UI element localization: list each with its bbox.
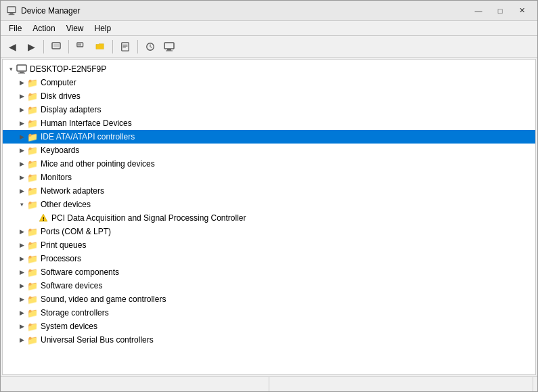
tree-item-ports[interactable]: ▶ 📁 Ports (COM & LPT) (3, 225, 535, 238)
svg-rect-1 (9, 13, 13, 14)
expand-icon-keyboards[interactable]: ▶ (16, 145, 27, 156)
label-sound-video: Sound, video and game controllers (41, 295, 166, 304)
expand-icon-ide-ata[interactable]: ▶ (16, 131, 27, 142)
device-manager-window: Device Manager — □ ✕ File Action View He… (0, 0, 538, 392)
expand-icon-storage-controllers[interactable]: ▶ (16, 307, 27, 318)
label-display-adapters: Display adapters (41, 105, 101, 114)
folder-icon-monitors: 📁 (27, 172, 38, 183)
minimize-button[interactable]: — (468, 4, 489, 18)
properties-button[interactable] (116, 39, 134, 55)
expand-icon-monitors[interactable]: ▶ (16, 172, 27, 183)
tree-item-software-components[interactable]: ▶ 📁 Software components (3, 265, 535, 279)
label-other-devices: Other devices (41, 200, 91, 209)
expand-icon-root[interactable]: ▾ (5, 64, 16, 74)
expand-icon-disk-drives[interactable]: ▶ (16, 91, 27, 102)
menu-bar: File Action View Help (1, 21, 537, 36)
expand-icon-system-devices[interactable]: ▶ (16, 321, 27, 332)
label-keyboards: Keyboards (41, 146, 79, 155)
maximize-button[interactable]: □ (490, 4, 510, 18)
scan-button[interactable] (141, 39, 159, 55)
folder-icon-computer: 📁 (27, 77, 38, 88)
expand-icon-pci (27, 213, 38, 223)
close-button[interactable]: ✕ (512, 4, 532, 18)
tree-item-usb-controllers[interactable]: ▶ 📁 Universal Serial Bus controllers (3, 333, 535, 347)
expand-icon-software-devices[interactable]: ▶ (16, 280, 27, 291)
label-processors: Processors (41, 254, 81, 263)
svg-rect-17 (20, 72, 24, 73)
tree-item-sound-video[interactable]: ▶ 📁 Sound, video and game controllers (3, 292, 535, 306)
expand-icon-mice[interactable]: ▶ (16, 158, 27, 169)
svg-text:!: ! (43, 216, 45, 222)
search-button[interactable] (72, 39, 90, 55)
svg-rect-7 (78, 45, 81, 45)
tree-item-pci-controller[interactable]: ! PCI Data Acquisition and Signal Proces… (3, 211, 535, 225)
device-tree: ▾ DESKTOP-E2N5F9P ▶ 📁 Computer ▶ 📁 Disk … (3, 60, 535, 349)
toolbar-separator-4 (137, 40, 138, 53)
label-ide-ata: IDE ATA/ATAPI controllers (41, 132, 135, 141)
back-button[interactable]: ◀ (3, 39, 21, 55)
folder-icon-ports: 📁 (27, 226, 38, 237)
tree-item-computer[interactable]: ▶ 📁 Computer (3, 76, 535, 89)
tree-item-software-devices[interactable]: ▶ 📁 Software devices (3, 279, 535, 292)
expand-icon-other-devices[interactable]: ▾ (16, 199, 27, 210)
tree-item-ide-ata[interactable]: ▶ 📁 IDE ATA/ATAPI controllers (3, 130, 535, 144)
expand-icon-software-components[interactable]: ▶ (16, 267, 27, 278)
folder-icon-software-components: 📁 (27, 267, 38, 278)
tree-item-storage-controllers[interactable]: ▶ 📁 Storage controllers (3, 306, 535, 320)
expand-icon-processors[interactable]: ▶ (16, 253, 27, 264)
folder-icon-mice: 📁 (27, 158, 38, 169)
label-storage-controllers: Storage controllers (41, 308, 109, 318)
label-software-devices: Software devices (41, 281, 102, 290)
tree-item-display-adapters[interactable]: ▶ 📁 Display adapters (3, 103, 535, 116)
tree-item-keyboards[interactable]: ▶ 📁 Keyboards (3, 144, 535, 157)
label-human-interface: Human Interface Devices (41, 118, 132, 128)
label-print-queues: Print queues (41, 240, 86, 250)
label-system-devices: System devices (41, 322, 97, 331)
tree-item-print-queues[interactable]: ▶ 📁 Print queues (3, 238, 535, 252)
folder-icon-software-devices: 📁 (27, 280, 38, 291)
tree-item-mice[interactable]: ▶ 📁 Mice and other pointing devices (3, 157, 535, 171)
svg-rect-0 (7, 6, 16, 12)
tree-item-root[interactable]: ▾ DESKTOP-E2N5F9P (3, 62, 535, 76)
tree-item-human-interface[interactable]: ▶ 📁 Human Interface Devices (3, 116, 535, 130)
expand-icon-display-adapters[interactable]: ▶ (16, 104, 27, 115)
expand-icon-usb-controllers[interactable]: ▶ (16, 334, 27, 345)
root-label: DESKTOP-E2N5F9P (30, 64, 106, 74)
tree-item-processors[interactable]: ▶ 📁 Processors (3, 252, 535, 265)
tree-item-system-devices[interactable]: ▶ 📁 System devices (3, 320, 535, 333)
toolbar-separator-1 (43, 40, 44, 53)
tree-item-other-devices[interactable]: ▾ 📁 Other devices (3, 198, 535, 211)
menu-file[interactable]: File (3, 22, 27, 35)
status-section-right (269, 377, 534, 391)
display-button[interactable] (160, 39, 178, 55)
expand-icon-sound-video[interactable]: ▶ (16, 294, 27, 305)
label-mice: Mice and other pointing devices (41, 159, 155, 169)
expand-icon-human-interface[interactable]: ▶ (16, 118, 27, 129)
menu-help[interactable]: Help (89, 22, 117, 35)
menu-action[interactable]: Action (27, 22, 60, 35)
expand-icon-computer[interactable]: ▶ (16, 77, 27, 88)
expand-icon-network-adapters[interactable]: ▶ (16, 186, 27, 196)
forward-button[interactable]: ▶ (22, 39, 40, 55)
tree-item-network-adapters[interactable]: ▶ 📁 Network adapters (3, 184, 535, 198)
tree-item-monitors[interactable]: ▶ 📁 Monitors (3, 171, 535, 184)
title-bar: Device Manager — □ ✕ (1, 1, 537, 21)
status-section-left (5, 377, 269, 391)
toolbar: ◀ ▶ (1, 36, 537, 58)
folder-icon-display-adapters: 📁 (27, 104, 38, 115)
folder-icon-sound-video: 📁 (27, 294, 38, 305)
content-area[interactable]: ▾ DESKTOP-E2N5F9P ▶ 📁 Computer ▶ 📁 Disk … (2, 59, 536, 375)
window-title: Device Manager (21, 6, 468, 16)
folder-button[interactable] (91, 39, 109, 55)
up-button[interactable] (47, 39, 65, 55)
toolbar-separator-3 (112, 40, 113, 53)
folder-icon-system-devices: 📁 (27, 321, 38, 332)
expand-icon-print-queues[interactable]: ▶ (16, 240, 27, 251)
label-computer: Computer (41, 78, 76, 87)
svg-rect-5 (77, 42, 83, 46)
menu-view[interactable]: View (61, 22, 89, 35)
window-controls: — □ ✕ (468, 4, 532, 18)
tree-item-disk-drives[interactable]: ▶ 📁 Disk drives (3, 89, 535, 103)
expand-icon-ports[interactable]: ▶ (16, 226, 27, 237)
folder-icon-other-devices: 📁 (27, 199, 38, 210)
